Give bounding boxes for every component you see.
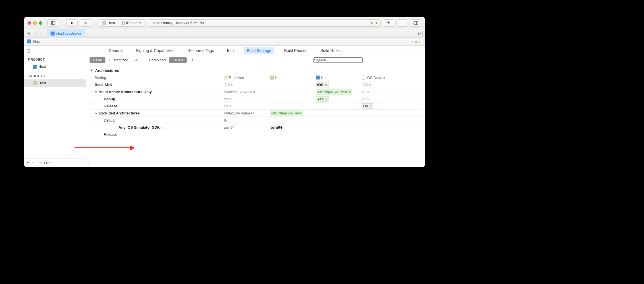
grouping-segment[interactable]: Combined Levels — [146, 57, 187, 63]
grouping-combined[interactable]: Combined — [146, 57, 169, 63]
updown-icon: ⇅ — [348, 91, 351, 94]
tab-build-phases[interactable]: Build Phases — [281, 47, 310, 54]
col-default: iOS Default — [362, 76, 421, 80]
scope-customized[interactable]: Customized — [105, 57, 132, 63]
warning-icon — [370, 21, 374, 24]
close-icon[interactable] — [28, 21, 31, 25]
warning-count: 3 — [375, 21, 377, 25]
row-baao-release[interactable]: Release No⇅ No ⇅ — [90, 102, 421, 109]
toggle-targets-list-button[interactable]: ◫ — [26, 48, 30, 53]
updown-icon: ⇅ — [161, 126, 164, 129]
project-section-header: PROJECT — [24, 55, 86, 63]
svg-rect-1 — [84, 22, 87, 24]
code-review-button[interactable]: ←→ — [396, 19, 408, 27]
project-icon — [316, 76, 320, 80]
minimize-icon[interactable] — [33, 21, 37, 25]
tab-info[interactable]: Info — [224, 47, 236, 54]
updown-icon: ⇅ — [367, 98, 369, 101]
add-setting-button[interactable]: + — [191, 57, 194, 63]
warning-icon — [414, 40, 418, 43]
chevron-right-icon: 〉 — [418, 39, 422, 44]
scheme-target: Host — [107, 21, 115, 25]
sidebar-footer: + − — [24, 158, 86, 167]
add-editor-button[interactable]: ▮+ — [417, 31, 423, 36]
tab-build-rules[interactable]: Build Rules — [318, 47, 344, 54]
breadcrumb-bar: Host 〈 〉 — [24, 38, 425, 46]
project-icon — [27, 39, 31, 43]
scope-all[interactable]: All — [132, 57, 142, 63]
breadcrumb[interactable]: Host — [27, 39, 41, 44]
column-headers: Setting Resolved Host Host iOS Default — [90, 74, 421, 81]
tab-signing[interactable]: Signing & Capabilities — [133, 47, 177, 54]
activity-status[interactable]: Host: Ready | Today at 5:56 PM 3 — [148, 19, 381, 27]
updown-icon: ⇅ — [325, 98, 327, 101]
document-tab[interactable]: Host.xcodeproj — [47, 29, 85, 38]
row-excl-debug[interactable]: Debug ⊕ — [90, 116, 421, 124]
svg-marker-0 — [71, 22, 73, 24]
col-target: Host — [270, 76, 316, 80]
phone-icon — [122, 21, 124, 25]
target-filter-input[interactable] — [37, 160, 90, 166]
nav-back-button[interactable]: 〈 — [31, 31, 38, 36]
tab-build-settings[interactable]: Build Settings — [244, 47, 274, 54]
updown-icon: ⇅ — [230, 98, 232, 101]
grouping-levels[interactable]: Levels — [169, 57, 187, 63]
add-target-button[interactable]: + — [26, 160, 30, 166]
status-text: Host: Ready | Today at 5:56 PM — [152, 21, 204, 25]
updown-icon: ⇅ — [369, 105, 372, 108]
tab-title: Host.xcodeproj — [56, 31, 81, 36]
row-excl-simulator[interactable]: Any iOS Simulator SDK ⇅ arm64 arm64 — [90, 124, 421, 131]
target-icon — [33, 81, 37, 85]
row-excl-release[interactable]: Release — [90, 131, 421, 138]
settings-search: 🔍▾ — [313, 57, 421, 63]
build-settings-panel: Basic Customized All Combined Levels + 🔍… — [86, 55, 425, 167]
tab-resource-tags[interactable]: Resource Tags — [185, 47, 217, 54]
group-architectures[interactable]: Architectures — [90, 67, 421, 74]
sidebar-project-item[interactable]: Host — [24, 63, 86, 70]
editor-body: PROJECT Host TARGETS Host + − — [24, 55, 425, 167]
updown-icon: ⇅ — [230, 83, 233, 87]
col-resolved: Resolved — [224, 76, 270, 80]
add-condition-icon[interactable]: ⊕ — [224, 118, 227, 122]
updown-icon: ⇅ — [253, 91, 255, 94]
remove-target-button[interactable]: − — [32, 160, 35, 166]
issue-stepper[interactable]: 〈 〉 — [410, 39, 422, 44]
sidebar-target-item[interactable]: Host — [24, 79, 86, 87]
zoom-icon[interactable] — [39, 21, 42, 25]
stop-button[interactable] — [80, 19, 91, 27]
nav-forward-button[interactable]: 〉 — [39, 31, 45, 36]
arrows-icon: ←→ — [399, 21, 406, 25]
related-items-icon[interactable]: ⊞ — [26, 31, 30, 36]
document-tabbar: ⊞ 〈 〉 Host.xcodeproj ▮+ — [24, 29, 425, 38]
project-icon — [51, 32, 55, 36]
row-build-active-arch[interactable]: Build Active Architecture Only <Multiple… — [90, 88, 421, 95]
updown-icon: ⇅ — [367, 91, 369, 94]
scope-segment[interactable]: Basic Customized All — [90, 57, 143, 63]
scope-basic[interactable]: Basic — [90, 57, 105, 63]
library-button[interactable]: + — [383, 19, 394, 27]
targets-sidebar: PROJECT Host TARGETS Host + − — [24, 55, 86, 167]
window-controls[interactable] — [28, 21, 42, 25]
toggle-inspector-button[interactable] — [410, 19, 421, 27]
col-setting: Setting — [90, 76, 224, 80]
row-excluded-arch[interactable]: Excluded Architectures <Multiple values>… — [90, 109, 421, 116]
tab-general[interactable]: General — [106, 47, 126, 54]
target-icon — [224, 76, 228, 80]
issue-indicator[interactable]: 3 — [370, 21, 377, 25]
titlebar: Host 〉 iPhone 6s Host: Ready | Today at … — [24, 17, 425, 29]
settings-filter-bar: Basic Customized All Combined Levels + 🔍… — [86, 55, 425, 65]
target-icon — [270, 76, 274, 80]
run-button[interactable] — [66, 19, 78, 27]
targets-section-header: TARGETS — [24, 72, 86, 79]
row-baao-debug[interactable]: Debug Yes⇅ Yes ⇅ No⇅ — [90, 95, 421, 102]
project-editor-tabs: ◫ General Signing & Capabilities Resourc… — [24, 46, 425, 55]
row-base-sdk[interactable]: Base SDK iOS⇅ iOS ⇅ iOS⇅ — [90, 81, 421, 88]
search-icon: 🔍▾ — [315, 59, 321, 62]
xcode-window: Host 〉 iPhone 6s Host: Ready | Today at … — [24, 17, 425, 167]
target-icon — [102, 21, 106, 25]
project-icon — [33, 65, 37, 69]
toggle-navigator-button[interactable] — [47, 19, 59, 27]
scheme-selector[interactable]: Host 〉 iPhone 6s — [99, 19, 146, 27]
stop-icon — [84, 21, 88, 25]
settings-table: Architectures Setting Resolved Host Host… — [86, 65, 425, 167]
